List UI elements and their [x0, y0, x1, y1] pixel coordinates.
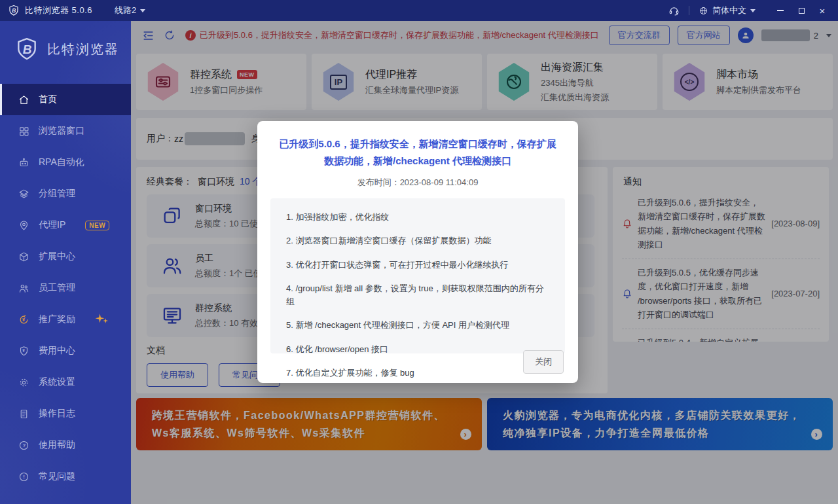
sidebar-item-settings[interactable]: 系统设置 [0, 367, 131, 398]
sidebar-item-label: 分组管理 [39, 188, 75, 200]
new-badge: NEW [85, 221, 109, 230]
sidebar-item-help[interactable]: ? 使用帮助 [0, 429, 131, 461]
info-circle-icon: ! [18, 471, 29, 482]
svg-text:B: B [12, 8, 16, 14]
update-notes-modal: 已升级到5.0.6，提升指纹安全，新增清空窗口缓存时，保存扩展数据功能，新增/c… [257, 121, 578, 383]
people-icon [18, 283, 29, 294]
sidebar-item-label: 常见问题 [39, 471, 75, 482]
sidebar-item-label: 扩展中心 [39, 251, 75, 262]
sidebar-item-label: 浏览器窗口 [39, 125, 84, 137]
sidebar-item-label: 操作日志 [39, 408, 75, 420]
grid-windows-icon [18, 126, 29, 137]
log-document-icon [18, 408, 29, 420]
minimize-button[interactable] [771, 2, 790, 19]
cube-icon [18, 251, 29, 262]
svg-text:?: ? [23, 442, 26, 448]
app-title: 比特浏览器 5.0.6 [25, 5, 92, 16]
sidebar-item-label: 系统设置 [39, 376, 75, 388]
gear-icon [18, 377, 29, 388]
line-selector[interactable]: 线路2 [115, 5, 145, 16]
sidebar-item-label: 推广奖励 [39, 314, 75, 325]
sidebar-item-proxy-ip[interactable]: 代理IP NEW [0, 209, 131, 241]
changelog-item: 6. 优化 /browser/open 接口 [286, 343, 549, 356]
changelog-item: 1. 加强指纹加密，优化指纹 [286, 211, 549, 224]
sidebar-item-rpa[interactable]: RPA自动化 [0, 147, 131, 178]
sidebar-item-label: 使用帮助 [39, 439, 75, 451]
robot-icon [18, 157, 29, 168]
system-titlebar: B 比特浏览器 5.0.6 线路2 简体中文 [0, 0, 838, 21]
shield-yuan-icon: ¥ [18, 346, 29, 357]
titlebar-divider [689, 6, 689, 15]
sidebar-item-browser-windows[interactable]: 浏览器窗口 [0, 115, 131, 147]
chevron-down-icon [140, 9, 145, 12]
home-icon [18, 94, 29, 105]
modal-changelog: 1. 加强指纹加密，优化指纹 2. 浏览器窗口新增清空窗口缓存（保留扩展数据）功… [270, 198, 565, 353]
modal-publish-time: 发布时间：2023-08-09 11:04:09 [257, 177, 578, 189]
modal-close-button[interactable]: 关闭 [523, 350, 564, 374]
line-label: 线路2 [115, 5, 136, 16]
sidebar-item-label: 员工管理 [39, 282, 75, 294]
sidebar-item-staff[interactable]: 员工管理 [0, 272, 131, 304]
svg-text:!: ! [23, 474, 25, 480]
modal-title: 已升级到5.0.6，提升指纹安全，新增清空窗口缓存时，保存扩展数据功能，新增/c… [277, 135, 558, 170]
svg-text:¥: ¥ [22, 348, 25, 353]
app-logo-icon: B [8, 5, 20, 16]
question-circle-icon: ? [18, 440, 29, 451]
svg-text:¥: ¥ [22, 317, 25, 323]
language-selector[interactable]: 简体中文 [699, 5, 756, 16]
changelog-item: 2. 浏览器窗口新增清空窗口缓存（保留扩展数据）功能 [286, 234, 549, 247]
sparkles-icon [94, 313, 111, 326]
svg-text:B: B [23, 43, 32, 56]
maximize-button[interactable] [792, 2, 811, 19]
globe-icon [699, 6, 708, 16]
sidebar-logo-text: 比特浏览器 [47, 41, 119, 58]
language-label: 简体中文 [712, 5, 746, 16]
sidebar-item-home[interactable]: 首页 [0, 84, 131, 115]
sidebar-item-label: 代理IP [39, 219, 65, 231]
location-pin-icon [18, 220, 29, 231]
sidebar-item-rewards[interactable]: ¥ 推广奖励 [0, 304, 131, 335]
reward-coin-icon: ¥ [18, 314, 29, 325]
changelog-item: 4. /group/list 新增 all 参数，设置为 true，则获取权限范… [286, 282, 549, 308]
sidebar-item-label: 费用中心 [39, 345, 75, 357]
close-window-button[interactable]: × [813, 2, 831, 19]
sidebar-item-label: 首页 [39, 94, 57, 105]
sidebar-item-extensions[interactable]: 扩展中心 [0, 241, 131, 272]
sidebar-menu: 首页 浏览器窗口 RPA自动化 分组管 [0, 77, 131, 492]
sidebar-logo: B 比特浏览器 [0, 21, 131, 77]
changelog-item: 7. 优化自定义扩展功能，修复 bug [286, 367, 549, 380]
sidebar: B 比特浏览器 首页 浏览器窗口 [0, 21, 131, 504]
sidebar-item-logs[interactable]: 操作日志 [0, 398, 131, 429]
changelog-item: 5. 新增 /checkagent 代理检测接口，方便 API 用户检测代理 [286, 319, 549, 332]
support-headset-icon[interactable] [668, 5, 680, 16]
sidebar-item-billing[interactable]: ¥ 费用中心 [0, 335, 131, 367]
layers-icon [18, 189, 29, 200]
app-logo-icon: B [14, 37, 39, 62]
sidebar-item-label: RPA自动化 [39, 156, 84, 168]
chevron-down-icon [750, 9, 756, 12]
changelog-item: 3. 优化打开窗口状态弹窗，可在打开过程中最小化继续执行 [286, 259, 549, 272]
sidebar-item-groups[interactable]: 分组管理 [0, 178, 131, 209]
sidebar-item-faq[interactable]: ! 常见问题 [0, 461, 131, 492]
